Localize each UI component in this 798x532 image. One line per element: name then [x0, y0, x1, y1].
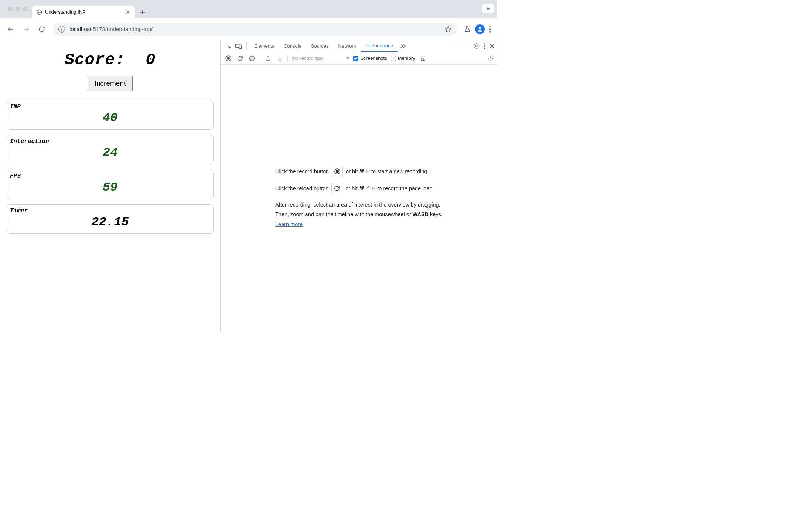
- close-tab-button[interactable]: [125, 9, 131, 15]
- new-tab-button[interactable]: [137, 7, 148, 17]
- svg-rect-17: [239, 45, 242, 49]
- download-icon[interactable]: [276, 54, 284, 62]
- metric-card-timer: Timer 22.15: [7, 204, 214, 234]
- forward-button[interactable]: [20, 23, 33, 35]
- capture-settings-gear-icon[interactable]: [488, 55, 494, 61]
- recordings-dropdown[interactable]: (no recordings): [291, 55, 349, 61]
- tab-console[interactable]: Console: [279, 40, 306, 52]
- chrome-menu-icon[interactable]: [489, 26, 491, 33]
- browser-toolbar: i localhost:5173/understanding-inp/: [0, 18, 497, 40]
- metric-value: 24: [10, 146, 210, 160]
- svg-point-13: [489, 28, 491, 30]
- metric-label: Interaction: [10, 138, 210, 145]
- svg-point-12: [489, 26, 491, 27]
- svg-point-21: [484, 48, 485, 49]
- svg-point-11: [479, 27, 481, 29]
- reload-record-button[interactable]: [236, 54, 244, 62]
- screenshots-checkbox[interactable]: Screenshots: [353, 55, 387, 61]
- metric-card-inp: INP 40: [7, 100, 214, 130]
- tab-performance[interactable]: Performance: [361, 40, 397, 52]
- performance-toolbar: (no recordings) Screenshots Memory: [221, 52, 497, 65]
- globe-icon: [36, 9, 42, 15]
- back-button[interactable]: [4, 23, 17, 35]
- close-devtools-icon[interactable]: [490, 44, 494, 48]
- metric-card-interaction: Interaction 24: [7, 135, 214, 164]
- svg-point-25: [227, 57, 230, 60]
- site-info-icon[interactable]: i: [58, 26, 65, 33]
- inspect-element-icon[interactable]: [224, 41, 233, 51]
- metric-value: 40: [10, 111, 210, 125]
- window-controls: [4, 0, 32, 18]
- svg-point-33: [336, 170, 339, 173]
- device-toolbar-icon[interactable]: [234, 41, 243, 51]
- bookmark-star-icon[interactable]: [445, 26, 451, 33]
- tab-elements[interactable]: Elements: [250, 40, 279, 52]
- address-bar[interactable]: i localhost:5173/understanding-inp/: [53, 23, 457, 36]
- minimize-window-button[interactable]: [16, 7, 20, 11]
- svg-line-27: [250, 57, 253, 60]
- devtools-panel: Elements Console Sources Network Perform…: [221, 40, 497, 332]
- score-value: 0: [146, 51, 156, 69]
- svg-point-14: [489, 31, 491, 33]
- tab-overflow-button[interactable]: [482, 4, 494, 13]
- settings-gear-icon[interactable]: [473, 43, 480, 49]
- tab-title: Understanding INP: [45, 9, 122, 15]
- url-text: localhost:5173/understanding-inp/: [69, 26, 153, 32]
- svg-point-19: [484, 43, 485, 45]
- record-button[interactable]: [224, 54, 232, 62]
- svg-point-31: [490, 58, 491, 59]
- svg-point-20: [484, 45, 485, 47]
- clear-button[interactable]: [248, 54, 256, 62]
- tab-bar: Understanding INP: [0, 0, 497, 18]
- labs-icon[interactable]: [464, 25, 471, 33]
- close-window-button[interactable]: [8, 7, 13, 11]
- browser-chrome: Understanding INP i localhost:5173/under…: [0, 0, 497, 40]
- svg-marker-30: [346, 57, 349, 59]
- more-tabs-icon[interactable]: [398, 41, 408, 51]
- toolbar-right: [462, 24, 493, 34]
- tab-network[interactable]: Network: [334, 40, 361, 52]
- collect-garbage-icon[interactable]: [419, 54, 427, 62]
- metric-label: INP: [10, 103, 210, 110]
- upload-icon[interactable]: [264, 54, 272, 62]
- metric-label: FPS: [10, 173, 210, 180]
- maximize-window-button[interactable]: [23, 7, 27, 11]
- score-heading: Score: 0: [7, 51, 214, 69]
- content-area: Score: 0 Increment INP 40 Interaction 24…: [0, 40, 497, 332]
- instructions-text: Click the record button or hit ⌘ E to st…: [275, 166, 443, 230]
- learn-more-link[interactable]: Learn more: [275, 221, 303, 227]
- devtools-tab-bar: Elements Console Sources Network Perform…: [221, 40, 497, 52]
- profile-avatar[interactable]: [475, 24, 485, 34]
- metric-value: 22.15: [10, 215, 210, 229]
- record-icon-inline: [332, 166, 343, 177]
- devtools-menu-icon[interactable]: [484, 43, 485, 49]
- metric-card-fps: FPS 59: [7, 170, 214, 199]
- reload-button[interactable]: [35, 23, 48, 35]
- page-viewport: Score: 0 Increment INP 40 Interaction 24…: [0, 40, 221, 332]
- svg-marker-9: [446, 26, 451, 32]
- svg-point-18: [475, 45, 477, 47]
- tab-sources[interactable]: Sources: [307, 40, 333, 52]
- increment-button[interactable]: Increment: [88, 76, 133, 91]
- browser-tab[interactable]: Understanding INP: [32, 6, 135, 18]
- performance-empty-state: Click the record button or hit ⌘ E to st…: [221, 65, 497, 332]
- reload-icon-inline: [331, 183, 342, 194]
- metric-value: 59: [10, 180, 210, 194]
- memory-checkbox[interactable]: Memory: [391, 55, 415, 61]
- metric-label: Timer: [10, 208, 210, 214]
